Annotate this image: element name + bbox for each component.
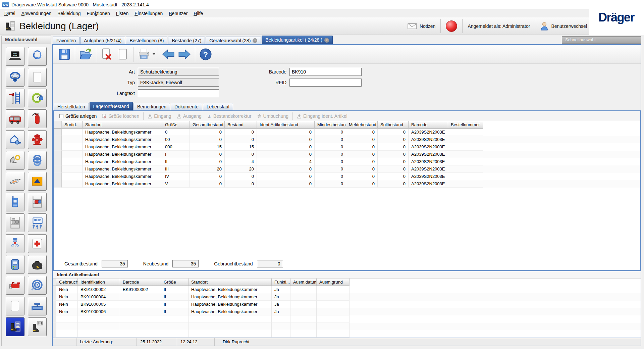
column-header[interactable]: Bestellnummer xyxy=(448,121,483,129)
column-header[interactable]: Standort xyxy=(83,121,162,129)
back-button[interactable] xyxy=(160,46,176,62)
module-button-rack-device-red[interactable] xyxy=(28,193,47,211)
column-header[interactable]: Funkti... xyxy=(272,279,290,286)
tab-bestellungen[interactable]: Bestellungen (8) xyxy=(126,37,167,44)
table-row[interactable]: NeinBK91000005IIHauptwache, Bekleidungsk… xyxy=(53,301,641,308)
tab-close-icon[interactable]: × xyxy=(324,38,329,43)
tab-favoriten[interactable]: Favoriten xyxy=(53,37,79,44)
langtext-field[interactable] xyxy=(138,89,219,97)
tab-close-icon[interactable]: × xyxy=(253,38,257,43)
module-button-electric-gauge[interactable] xyxy=(28,89,47,107)
subtab-lagerort-bestand[interactable]: Lagerort/Bestand xyxy=(90,102,133,110)
menu-einstellungen[interactable]: Einstellungen xyxy=(131,9,166,17)
module-button-syringe[interactable] xyxy=(6,172,24,191)
action-umbuchung[interactable]: Umbuchung xyxy=(254,113,291,119)
row-gutter[interactable] xyxy=(53,315,56,323)
module-button-empty-module[interactable] xyxy=(6,297,24,315)
subtab-lebenslauf[interactable]: Lebenslauf xyxy=(203,103,233,110)
tab-bestände[interactable]: Bestände (27) xyxy=(168,37,205,44)
column-header[interactable]: Größe xyxy=(162,121,190,129)
module-button-fire-hydrant[interactable] xyxy=(28,130,47,149)
quick-select-panel[interactable]: Schnellauswahl xyxy=(562,36,641,44)
row-gutter[interactable] xyxy=(54,165,62,173)
column-header[interactable]: Gesamtbestand xyxy=(190,121,225,129)
column-header[interactable]: Größe xyxy=(161,279,189,286)
table-row[interactable]: NeinBK91000004IIHauptwache, Bekleidungsk… xyxy=(53,293,641,301)
table-row[interactable]: Hauptwache, BekleidungskammerIII20200000… xyxy=(54,165,640,173)
barcode-field[interactable] xyxy=(289,68,362,76)
row-gutter[interactable] xyxy=(54,158,62,165)
row-gutter[interactable] xyxy=(54,136,62,143)
module-button-ladder-axe[interactable] xyxy=(6,89,24,107)
module-button-rescue-knife[interactable] xyxy=(6,151,24,170)
row-gutter[interactable] xyxy=(54,129,62,136)
action-ausgang[interactable]: Ausgang xyxy=(174,113,204,119)
table-row[interactable]: Hauptwache, Bekleidungskammer00000000A20… xyxy=(54,136,640,143)
menu-benutzer[interactable]: Benutzer xyxy=(166,9,191,17)
module-button-clothing-storage-active[interactable] xyxy=(6,317,24,336)
module-button-training-board[interactable] xyxy=(28,213,47,232)
column-header[interactable]: Barcode xyxy=(409,121,448,129)
module-button-sprinkler[interactable] xyxy=(6,234,24,253)
art-field[interactable] xyxy=(138,68,219,76)
module-button-edv-laptop[interactable]: ADVEDV xyxy=(6,47,24,66)
delete-button[interactable] xyxy=(99,46,115,62)
module-button-house-key[interactable] xyxy=(6,130,24,149)
action-gr-e-anlegen[interactable]: Größe anlegen xyxy=(56,113,99,119)
action-eingang-ident-artikel[interactable]: Eingang ident. Artikel xyxy=(294,113,350,119)
column-header[interactable]: Ausm.datum xyxy=(290,279,317,286)
module-button-clothing-scan[interactable] xyxy=(28,317,47,336)
module-button-rope-coil[interactable] xyxy=(28,151,47,170)
menu-bekleidung[interactable]: Bekleidung xyxy=(54,9,84,17)
module-button-hose-coil[interactable] xyxy=(28,276,47,295)
row-gutter[interactable] xyxy=(53,293,56,301)
row-gutter[interactable] xyxy=(54,143,62,151)
tab-geräteauswahl[interactable]: Geräteauswahl (28)× xyxy=(206,37,261,44)
forward-button[interactable] xyxy=(176,46,193,62)
column-header[interactable]: Barcode xyxy=(120,279,161,286)
user-switch-button[interactable]: Benutzerwechsel xyxy=(540,22,587,31)
module-button-rack-device-grey[interactable] xyxy=(6,213,24,232)
rfid-field[interactable] xyxy=(289,79,362,87)
open-button[interactable] xyxy=(77,46,94,62)
tab-aufgaben[interactable]: Aufgaben (5/21/4) xyxy=(80,37,125,44)
column-header[interactable]: Identifikation xyxy=(78,279,120,286)
column-header[interactable]: Bestand xyxy=(225,121,257,129)
table-row[interactable]: Hauptwache, Bekleidungskammer00015150000… xyxy=(54,143,640,151)
subtab-herstelldaten[interactable]: Herstelldaten xyxy=(54,103,89,110)
module-button-fire-truck[interactable] xyxy=(6,109,24,128)
action-bestandskorrektur[interactable]: ±Bestandskorrektur xyxy=(204,113,254,119)
status-indicator-red[interactable] xyxy=(446,20,457,32)
subtab-bemerkungen[interactable]: Bemerkungen xyxy=(133,103,170,110)
column-header[interactable]: Gebraucht xyxy=(56,279,78,286)
new-button[interactable] xyxy=(115,46,131,62)
module-button-red-pump[interactable] xyxy=(6,276,24,295)
module-button-hazard-sign[interactable] xyxy=(28,172,47,191)
module-button-diving-mask[interactable] xyxy=(6,68,24,87)
column-header[interactable]: Meldebestand xyxy=(346,121,378,129)
column-header[interactable]: Sollbestand xyxy=(378,121,409,129)
tab-bekleidungsartikel[interactable]: Bekleidungsartikel ( 24/28 )× xyxy=(262,36,333,44)
module-button-radio[interactable] xyxy=(6,193,24,211)
menu-hilfe[interactable]: Hilfe xyxy=(191,9,206,17)
row-gutter[interactable] xyxy=(53,286,56,293)
table-row[interactable]: Hauptwache, BekleidungskammerII0-44000A2… xyxy=(54,158,640,165)
module-button-gas-detector[interactable] xyxy=(6,255,24,274)
table-row[interactable]: Hauptwache, BekleidungskammerIV000000A20… xyxy=(54,173,640,180)
module-button-first-aid[interactable] xyxy=(28,234,47,253)
action-eingang[interactable]: Eingang xyxy=(145,113,174,119)
menu-datei[interactable]: Datei xyxy=(1,9,18,17)
column-header[interactable]: Ausm.grund xyxy=(317,279,350,286)
table-row[interactable]: NeinBK91000006IIHauptwache, Bekleidungsk… xyxy=(53,308,641,315)
row-gutter[interactable] xyxy=(54,151,62,158)
notes-button[interactable]: Notizen xyxy=(408,22,435,30)
module-button-lifting-hooks[interactable] xyxy=(28,47,47,66)
table-row[interactable]: NeinBK91000002BK91000002IIHauptwache, Be… xyxy=(53,286,641,293)
row-gutter[interactable] xyxy=(54,173,62,180)
column-header[interactable]: Sortid. xyxy=(62,121,83,129)
table-row[interactable]: Hauptwache, BekleidungskammerV000000A203… xyxy=(54,180,640,188)
module-button-equipment-case[interactable] xyxy=(28,255,47,274)
row-gutter[interactable] xyxy=(53,301,56,308)
column-header[interactable]: Standort xyxy=(189,279,272,286)
table-row[interactable] xyxy=(53,315,641,323)
